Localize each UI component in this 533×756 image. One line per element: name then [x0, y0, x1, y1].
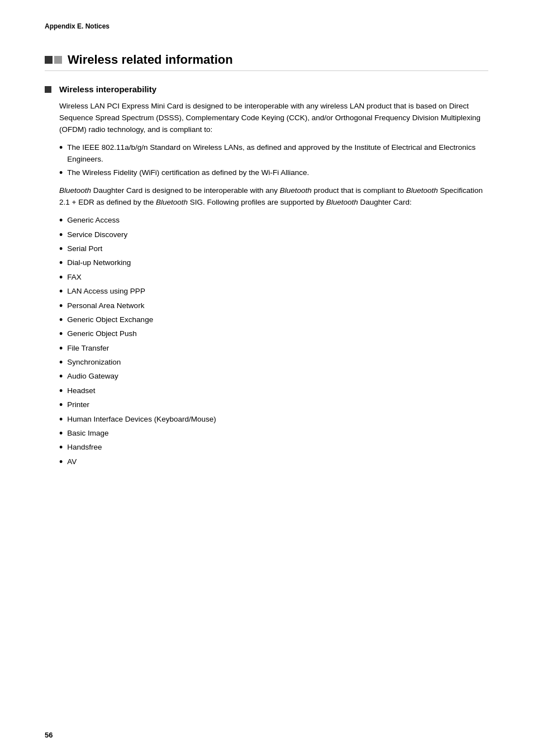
page: Appendix E. Notices Wireless related inf… — [0, 0, 533, 756]
section-header: Wireless related information — [45, 53, 488, 71]
profile-bullet-1: •Service Discovery — [59, 229, 488, 242]
bullet-dot-icon: • — [59, 300, 63, 313]
profile-bullet-14: •Human Interface Devices (Keyboard/Mouse… — [59, 413, 488, 426]
icon-square-dark — [45, 56, 53, 64]
profile-bullet-9: •File Transfer — [59, 342, 488, 355]
profile-item-text: Generic Access — [67, 214, 120, 226]
profile-bullet-3: •Dial-up Networking — [59, 257, 488, 270]
profile-item-text: FAX — [67, 271, 82, 284]
profile-item-text: Personal Area Network — [67, 300, 144, 312]
bluetooth-end: Daughter Card: — [358, 198, 412, 206]
page-number: 56 — [45, 731, 53, 739]
profile-bullet-2: •Serial Port — [59, 243, 488, 256]
ieee-bullet-2-text: The Wireless Fidelity (WiFi) certificati… — [67, 167, 309, 179]
bluetooth-intro-paragraph: Bluetooth Daughter Card is designed to b… — [59, 185, 488, 209]
bullet-dot-icon: • — [59, 167, 63, 179]
bluetooth-italic-4: Bluetooth — [156, 198, 188, 206]
profile-bullet-8: •Generic Object Push — [59, 328, 488, 341]
intro-paragraph: Wireless LAN PCI Express Mini Card is de… — [59, 101, 488, 136]
profile-item-text: Printer — [67, 399, 89, 411]
bluetooth-mid-1: Daughter Card is designed to be interope… — [91, 186, 280, 195]
icon-square-light — [54, 56, 62, 64]
subsection-title: Wireless interoperability — [59, 84, 156, 94]
profile-item-text: Handsfree — [67, 441, 102, 453]
bullet-dot-icon: • — [59, 328, 63, 341]
profile-item-text: Audio Gateway — [67, 370, 118, 382]
bullet-dot-icon: • — [59, 399, 63, 412]
bluetooth-italic-5: Bluetooth — [326, 198, 358, 206]
bullet-dot-icon: • — [59, 271, 63, 284]
bullet-dot-icon: • — [59, 257, 63, 270]
profile-bullet-4: •FAX — [59, 271, 488, 284]
profile-item-text: Human Interface Devices (Keyboard/Mouse) — [67, 413, 216, 426]
section-title: Wireless related information — [68, 53, 233, 67]
profile-bullet-10: •Synchronization — [59, 356, 488, 369]
bluetooth-mid-4: SIG. Following profiles are supported by — [188, 198, 326, 206]
bullet-dot-icon: • — [59, 456, 63, 469]
subsection-header: Wireless interoperability — [45, 84, 488, 94]
section-icons — [45, 56, 62, 64]
bluetooth-italic-2: Bluetooth — [280, 186, 312, 195]
subsection-wireless-interoperability: Wireless interoperability Wireless LAN P… — [45, 84, 488, 469]
profile-item-text: Dial-up Networking — [67, 257, 131, 269]
ieee-bullet-1-text: The IEEE 802.11a/b/g/n Standard on Wirel… — [67, 141, 488, 166]
bullet-dot-icon: • — [59, 370, 63, 383]
bullet-dot-icon: • — [59, 314, 63, 327]
bullet-dot-icon: • — [59, 229, 63, 242]
profile-bullet-list: •Generic Access•Service Discovery•Serial… — [59, 214, 488, 469]
profile-bullet-12: •Headset — [59, 385, 488, 398]
profile-item-text: Basic Image — [67, 427, 108, 440]
profile-bullet-11: •Audio Gateway — [59, 370, 488, 383]
profile-bullet-7: •Generic Object Exchange — [59, 314, 488, 327]
profile-item-text: File Transfer — [67, 342, 109, 355]
bluetooth-italic-1: Bluetooth — [59, 186, 91, 195]
profile-item-text: Service Discovery — [67, 229, 127, 241]
profile-item-text: AV — [67, 456, 77, 468]
ieee-bullet-2: • The Wireless Fidelity (WiFi) certifica… — [59, 167, 488, 179]
profile-bullet-13: •Printer — [59, 399, 488, 412]
bluetooth-mid-2: product that is compliant to — [312, 186, 406, 195]
profile-bullet-15: •Basic Image — [59, 427, 488, 440]
profile-bullet-6: •Personal Area Network — [59, 300, 488, 313]
bullet-dot-icon: • — [59, 214, 63, 227]
profile-bullet-16: •Handsfree — [59, 441, 488, 454]
profile-bullet-0: •Generic Access — [59, 214, 488, 227]
profile-bullet-5: •LAN Access using PPP — [59, 285, 488, 298]
profile-item-text: Headset — [67, 385, 95, 397]
bullet-dot-icon: • — [59, 413, 63, 426]
subsection-bullet-icon — [45, 86, 51, 93]
bullet-dot-icon: • — [59, 141, 63, 154]
bullet-dot-icon: • — [59, 427, 63, 440]
profile-item-text: Generic Object Exchange — [67, 314, 153, 326]
bullet-dot-icon: • — [59, 356, 63, 369]
ieee-bullet-1: • The IEEE 802.11a/b/g/n Standard on Wir… — [59, 141, 488, 166]
profile-item-text: Serial Port — [67, 243, 102, 255]
bullet-dot-icon: • — [59, 441, 63, 454]
bullet-dot-icon: • — [59, 385, 63, 398]
appendix-label: Appendix E. Notices — [45, 22, 488, 30]
profile-bullet-17: •AV — [59, 456, 488, 469]
bullet-dot-icon: • — [59, 285, 63, 298]
profile-item-text: LAN Access using PPP — [67, 285, 145, 297]
bullet-dot-icon: • — [59, 243, 63, 256]
profile-item-text: Generic Object Push — [67, 328, 137, 340]
profile-item-text: Synchronization — [67, 356, 121, 368]
bluetooth-italic-3: Bluetooth — [406, 186, 438, 195]
ieee-bullet-list: • The IEEE 802.11a/b/g/n Standard on Wir… — [59, 141, 488, 180]
bullet-dot-icon: • — [59, 342, 63, 355]
